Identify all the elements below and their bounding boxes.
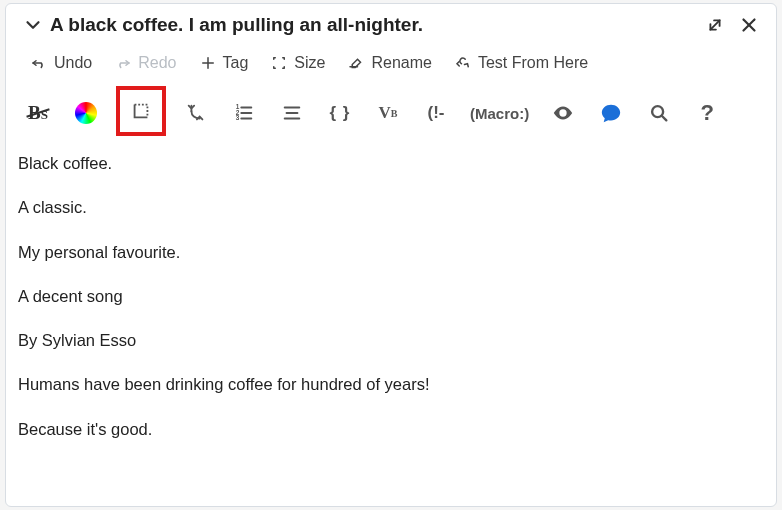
content-line: By Sylvian Esso [18,329,764,351]
rename-button[interactable]: Rename [347,54,431,72]
collapse-icon[interactable] [22,14,44,36]
content-line: Black coffee. [18,152,764,174]
test-label: Test From Here [478,54,588,72]
redo-button: Redo [114,54,176,72]
undo-label: Undo [54,54,92,72]
size-label: Size [294,54,325,72]
editor-content[interactable]: Black coffee. A classic. My personal fav… [6,146,776,440]
bold-strike-button[interactable]: BS [20,95,56,131]
color-button[interactable] [68,95,104,131]
search-button[interactable] [641,95,677,131]
expand-icon[interactable] [704,14,726,36]
svg-text:3: 3 [236,114,240,121]
border-icon [130,100,152,122]
rename-label: Rename [371,54,431,72]
svg-line-16 [662,116,667,121]
rainbow-icon [75,102,97,124]
macro-button[interactable]: (Macro:) [466,95,533,131]
tag-button[interactable]: Tag [199,54,249,72]
panel-title: A black coffee. I am pulling an all-nigh… [50,14,692,36]
format-toolbar: BS 123 { } Vb (!- (Macro:) ? [6,82,776,146]
braces-button[interactable]: { } [322,95,358,131]
redo-label: Redo [138,54,176,72]
align-button[interactable] [274,95,310,131]
help-button[interactable]: ? [689,95,725,131]
rotate-button[interactable] [178,95,214,131]
panel-header: A black coffee. I am pulling an all-nigh… [6,4,776,44]
search-icon [648,102,670,124]
close-icon[interactable] [738,14,760,36]
comment-button[interactable]: (!- [418,95,454,131]
tag-label: Tag [223,54,249,72]
comment-icon [600,102,622,124]
chat-button[interactable] [593,95,629,131]
size-button[interactable]: Size [270,54,325,72]
editor-panel: A black coffee. I am pulling an all-nigh… [5,3,777,507]
variable-button[interactable]: Vb [370,95,406,131]
border-button[interactable] [116,86,166,136]
content-line: A classic. [18,196,764,218]
content-line: My personal favourite. [18,241,764,263]
content-line: Humans have been drinking coffee for hun… [18,373,764,395]
content-line: Because it's good. [18,418,764,440]
action-toolbar: Undo Redo Tag Size Rename Test From Here [6,44,776,82]
svg-point-14 [561,111,565,115]
test-button[interactable]: Test From Here [454,54,588,72]
content-line: A decent song [18,285,764,307]
list-ordered-button[interactable]: 123 [226,95,262,131]
eye-icon [552,102,574,124]
undo-button[interactable]: Undo [30,54,92,72]
svg-line-0 [710,20,719,29]
preview-button[interactable] [545,95,581,131]
